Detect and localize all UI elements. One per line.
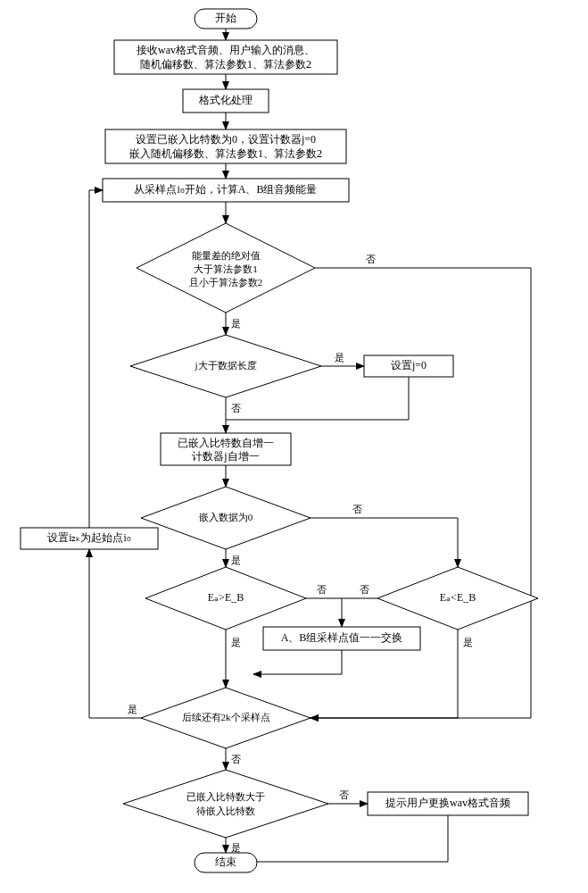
energy-diff-line1: 能量差的绝对值 (192, 250, 261, 261)
yes-label-2: 是 (335, 352, 344, 363)
end-label: 结束 (215, 855, 236, 868)
no-label-6: 否 (231, 754, 241, 764)
yes-label-7: 是 (231, 842, 241, 853)
embedded-gt-diamond (123, 770, 328, 838)
embedded-gt-line2: 待嵌入比特数 (196, 805, 255, 816)
start-label: 开始 (215, 12, 236, 24)
receive-line1: 接收wav格式音频、用户输入的消息、 (137, 44, 315, 56)
ea-gt-eb-label: Eₐ>E_B (208, 591, 244, 604)
j-gt-len-label: j大于数据长度 (194, 360, 256, 371)
set-i2k-label: 设置i₂ₖ为起始点i₀ (47, 531, 131, 544)
format-label: 格式化处理 (198, 94, 253, 106)
no-label-3: 否 (352, 504, 362, 514)
energy-diff-line2: 大于算法参数1 (194, 263, 258, 274)
set-j0-label: 设置j=0 (391, 359, 427, 371)
init-line2: 嵌入随机偏移数、算法参数1、算法参数2 (129, 147, 322, 160)
no-label-2: 否 (231, 403, 241, 413)
init-line1: 设置已嵌入比特数为0，设置计数器j=0 (136, 133, 316, 146)
no-label-7: 否 (339, 789, 349, 800)
embed-zero-label: 嵌入数据为0 (199, 512, 253, 522)
no-label-5: 否 (360, 584, 369, 595)
energy-diff-line3: 且小于算法参数2 (189, 277, 263, 288)
yes-label-3: 是 (231, 555, 241, 565)
yes-label-4: 是 (231, 637, 241, 647)
yes-label-5: 是 (463, 637, 473, 647)
ea-lt-eb-label: Eₐ<E_B (440, 591, 476, 604)
has-2k-label: 后续还有2k个采样点 (182, 712, 270, 722)
prompt-label: 提示用户更换wav格式音频 (385, 797, 510, 809)
yes-label-6: 是 (128, 704, 137, 714)
receive-line2: 随机偏移数、算法参数1、算法参数2 (140, 58, 311, 71)
flowchart-diagram: 开始 接收wav格式音频、用户输入的消息、 随机偏移数、算法参数1、算法参数2 … (0, 0, 588, 893)
no-label-1: 否 (366, 254, 376, 264)
increment-line2: 计数器j自增一 (192, 450, 259, 463)
no-label-4: 否 (317, 584, 327, 595)
swap-label: A、B组采样点值一一交换 (281, 631, 403, 644)
increment-line1: 已嵌入比特数自增一 (178, 437, 274, 449)
compute-label: 从采样点i₀开始，计算A、B组音频能量 (134, 183, 317, 196)
embedded-gt-line1: 已嵌入比特数大于 (186, 791, 265, 802)
yes-label-1: 是 (231, 318, 241, 329)
